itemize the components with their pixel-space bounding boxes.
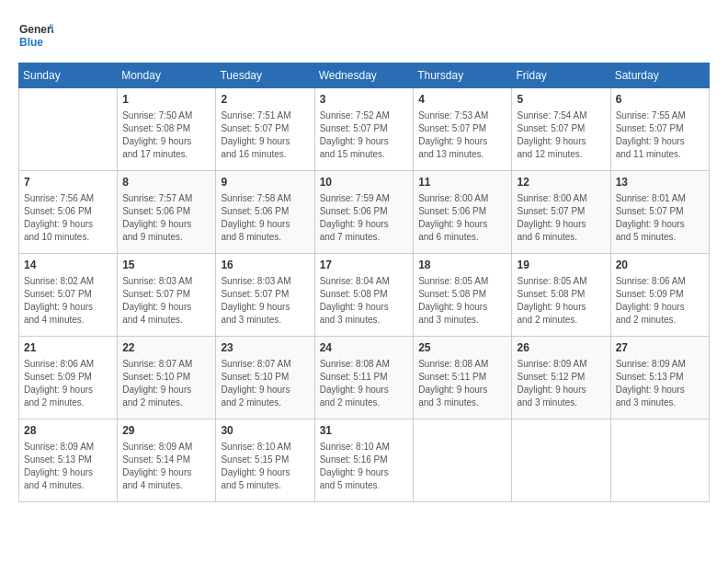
day-info: Sunrise: 8:06 AMSunset: 5:09 PMDaylight:… — [24, 358, 112, 409]
calendar-cell: 31Sunrise: 8:10 AMSunset: 5:16 PMDayligh… — [314, 419, 414, 502]
day-info: Sunrise: 7:51 AMSunset: 5:07 PMDaylight:… — [221, 109, 309, 161]
day-info: Sunrise: 7:54 AMSunset: 5:07 PMDaylight:… — [517, 109, 605, 161]
day-number: 31 — [320, 423, 409, 439]
day-number: 29 — [122, 423, 210, 439]
logo-graphic: General Blue — [18, 18, 53, 53]
page-header: General Blue — [18, 18, 710, 53]
day-number: 24 — [320, 340, 409, 356]
day-number: 10 — [320, 175, 409, 190]
calendar-cell: 2Sunrise: 7:51 AMSunset: 5:07 PMDaylight… — [216, 88, 314, 171]
day-header-tuesday: Tuesday — [216, 63, 314, 88]
calendar-cell: 6Sunrise: 7:55 AMSunset: 5:07 PMDaylight… — [610, 88, 709, 171]
day-info: Sunrise: 8:01 AMSunset: 5:07 PMDaylight:… — [616, 192, 704, 244]
day-number: 1 — [122, 92, 210, 108]
calendar-week-1: 1Sunrise: 7:50 AMSunset: 5:08 PMDaylight… — [19, 88, 710, 171]
day-info: Sunrise: 8:04 AMSunset: 5:08 PMDaylight:… — [320, 275, 409, 327]
day-number: 25 — [418, 340, 506, 356]
calendar-cell: 4Sunrise: 7:53 AMSunset: 5:07 PMDaylight… — [414, 88, 512, 171]
day-number: 30 — [221, 423, 309, 439]
day-number: 15 — [122, 258, 210, 273]
day-info: Sunrise: 7:58 AMSunset: 5:06 PMDaylight:… — [221, 192, 309, 244]
calendar-cell: 30Sunrise: 8:10 AMSunset: 5:15 PMDayligh… — [216, 419, 314, 502]
calendar-body: 1Sunrise: 7:50 AMSunset: 5:08 PMDaylight… — [19, 88, 710, 502]
day-info: Sunrise: 8:02 AMSunset: 5:07 PMDaylight:… — [24, 275, 112, 327]
day-info: Sunrise: 7:57 AMSunset: 5:06 PMDaylight:… — [122, 192, 210, 244]
day-number: 2 — [221, 92, 309, 108]
svg-text:General: General — [19, 23, 53, 36]
day-info: Sunrise: 8:10 AMSunset: 5:15 PMDaylight:… — [221, 441, 309, 492]
day-number: 19 — [517, 258, 605, 273]
day-info: Sunrise: 8:09 AMSunset: 5:12 PMDaylight:… — [517, 358, 605, 409]
day-info: Sunrise: 7:53 AMSunset: 5:07 PMDaylight:… — [418, 109, 506, 161]
day-number: 27 — [616, 340, 704, 356]
calendar-table: SundayMondayTuesdayWednesdayThursdayFrid… — [18, 63, 710, 502]
day-number: 26 — [517, 340, 605, 356]
day-header-monday: Monday — [118, 63, 216, 88]
day-info: Sunrise: 7:50 AMSunset: 5:08 PMDaylight:… — [122, 109, 210, 161]
day-info: Sunrise: 8:00 AMSunset: 5:06 PMDaylight:… — [418, 192, 506, 244]
calendar-cell: 13Sunrise: 8:01 AMSunset: 5:07 PMDayligh… — [610, 171, 709, 254]
day-number: 22 — [122, 340, 210, 356]
day-info: Sunrise: 7:55 AMSunset: 5:07 PMDaylight:… — [616, 109, 704, 161]
calendar-cell: 8Sunrise: 7:57 AMSunset: 5:06 PMDaylight… — [118, 171, 216, 254]
calendar-cell: 26Sunrise: 8:09 AMSunset: 5:12 PMDayligh… — [512, 337, 610, 419]
day-info: Sunrise: 8:09 AMSunset: 5:13 PMDaylight:… — [24, 441, 112, 492]
calendar-cell: 14Sunrise: 8:02 AMSunset: 5:07 PMDayligh… — [19, 254, 118, 337]
day-info: Sunrise: 8:09 AMSunset: 5:14 PMDaylight:… — [122, 441, 210, 492]
day-info: Sunrise: 8:05 AMSunset: 5:08 PMDaylight:… — [418, 275, 506, 327]
calendar-week-3: 14Sunrise: 8:02 AMSunset: 5:07 PMDayligh… — [19, 254, 710, 337]
calendar-cell: 16Sunrise: 8:03 AMSunset: 5:07 PMDayligh… — [216, 254, 314, 337]
calendar-cell: 21Sunrise: 8:06 AMSunset: 5:09 PMDayligh… — [19, 337, 118, 419]
calendar-cell: 9Sunrise: 7:58 AMSunset: 5:06 PMDaylight… — [216, 171, 314, 254]
calendar-cell: 1Sunrise: 7:50 AMSunset: 5:08 PMDaylight… — [118, 88, 216, 171]
day-number: 16 — [221, 258, 309, 273]
day-info: Sunrise: 7:59 AMSunset: 5:06 PMDaylight:… — [320, 192, 409, 244]
calendar-cell: 22Sunrise: 8:07 AMSunset: 5:10 PMDayligh… — [118, 337, 216, 419]
calendar-cell: 5Sunrise: 7:54 AMSunset: 5:07 PMDaylight… — [512, 88, 610, 171]
day-info: Sunrise: 8:10 AMSunset: 5:16 PMDaylight:… — [320, 441, 409, 492]
day-number: 9 — [221, 175, 309, 190]
day-number: 3 — [320, 92, 409, 108]
calendar-cell: 20Sunrise: 8:06 AMSunset: 5:09 PMDayligh… — [610, 254, 709, 337]
day-number: 5 — [517, 92, 605, 108]
calendar-cell: 24Sunrise: 8:08 AMSunset: 5:11 PMDayligh… — [314, 337, 414, 419]
day-info: Sunrise: 8:08 AMSunset: 5:11 PMDaylight:… — [320, 358, 409, 409]
calendar-cell: 18Sunrise: 8:05 AMSunset: 5:08 PMDayligh… — [414, 254, 512, 337]
calendar-week-5: 28Sunrise: 8:09 AMSunset: 5:13 PMDayligh… — [19, 419, 710, 502]
day-info: Sunrise: 8:09 AMSunset: 5:13 PMDaylight:… — [616, 358, 704, 409]
day-header-wednesday: Wednesday — [314, 63, 414, 88]
calendar-week-4: 21Sunrise: 8:06 AMSunset: 5:09 PMDayligh… — [19, 337, 710, 419]
day-number: 18 — [418, 258, 506, 273]
day-header-friday: Friday — [512, 63, 610, 88]
day-header-sunday: Sunday — [19, 63, 118, 88]
calendar-cell: 28Sunrise: 8:09 AMSunset: 5:13 PMDayligh… — [19, 419, 118, 502]
calendar-cell: 17Sunrise: 8:04 AMSunset: 5:08 PMDayligh… — [314, 254, 414, 337]
day-info: Sunrise: 8:03 AMSunset: 5:07 PMDaylight:… — [221, 275, 309, 327]
day-header-thursday: Thursday — [414, 63, 512, 88]
calendar-cell — [512, 419, 610, 502]
day-number: 7 — [24, 175, 112, 190]
day-info: Sunrise: 7:56 AMSunset: 5:06 PMDaylight:… — [24, 192, 112, 244]
day-number: 14 — [24, 258, 112, 273]
day-number: 21 — [24, 340, 112, 356]
calendar-cell: 3Sunrise: 7:52 AMSunset: 5:07 PMDaylight… — [314, 88, 414, 171]
day-info: Sunrise: 8:07 AMSunset: 5:10 PMDaylight:… — [122, 358, 210, 409]
day-info: Sunrise: 7:52 AMSunset: 5:07 PMDaylight:… — [320, 109, 409, 161]
logo: General Blue — [18, 18, 53, 53]
calendar-cell — [610, 419, 709, 502]
day-info: Sunrise: 8:00 AMSunset: 5:07 PMDaylight:… — [517, 192, 605, 244]
calendar-week-2: 7Sunrise: 7:56 AMSunset: 5:06 PMDaylight… — [19, 171, 710, 254]
calendar-cell: 19Sunrise: 8:05 AMSunset: 5:08 PMDayligh… — [512, 254, 610, 337]
calendar-cell: 25Sunrise: 8:08 AMSunset: 5:11 PMDayligh… — [414, 337, 512, 419]
calendar-cell: 11Sunrise: 8:00 AMSunset: 5:06 PMDayligh… — [414, 171, 512, 254]
calendar-cell: 23Sunrise: 8:07 AMSunset: 5:10 PMDayligh… — [216, 337, 314, 419]
calendar-cell: 12Sunrise: 8:00 AMSunset: 5:07 PMDayligh… — [512, 171, 610, 254]
calendar-cell: 27Sunrise: 8:09 AMSunset: 5:13 PMDayligh… — [610, 337, 709, 419]
day-info: Sunrise: 8:05 AMSunset: 5:08 PMDaylight:… — [517, 275, 605, 327]
day-number: 8 — [122, 175, 210, 190]
day-info: Sunrise: 8:03 AMSunset: 5:07 PMDaylight:… — [122, 275, 210, 327]
calendar-header: SundayMondayTuesdayWednesdayThursdayFrid… — [19, 63, 710, 88]
day-number: 20 — [616, 258, 704, 273]
day-number: 17 — [320, 258, 409, 273]
day-number: 4 — [418, 92, 506, 108]
